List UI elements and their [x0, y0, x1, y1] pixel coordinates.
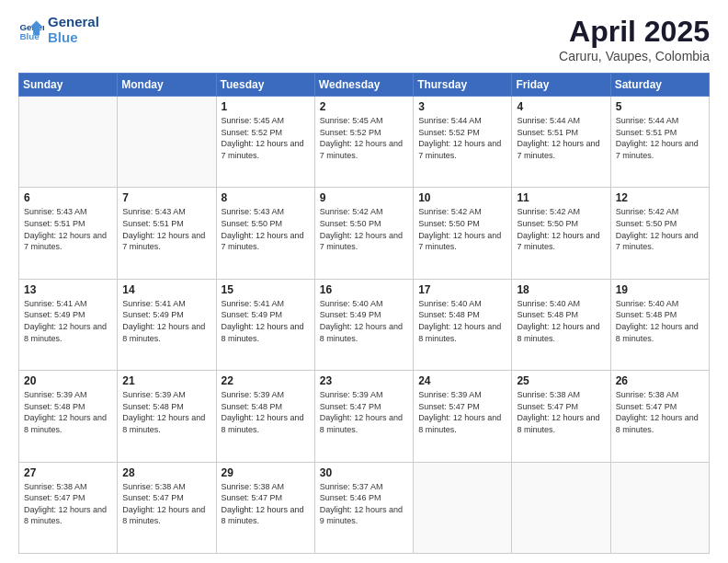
day-number: 21	[122, 374, 210, 387]
calendar-header-row: SundayMondayTuesdayWednesdayThursdayFrid…	[19, 74, 710, 97]
calendar-cell: 4Sunrise: 5:44 AM Sunset: 5:51 PM Daylig…	[512, 97, 610, 188]
calendar-week-4: 20Sunrise: 5:39 AM Sunset: 5:48 PM Dayli…	[19, 371, 710, 462]
calendar-week-2: 6Sunrise: 5:43 AM Sunset: 5:51 PM Daylig…	[19, 188, 710, 279]
day-number: 1	[222, 100, 310, 113]
day-number: 7	[122, 191, 210, 204]
calendar-cell	[610, 462, 709, 553]
day-number: 24	[418, 374, 506, 387]
weekday-header-thursday: Thursday	[414, 74, 512, 97]
day-info: Sunrise: 5:44 AM Sunset: 5:51 PM Dayligh…	[517, 115, 605, 161]
day-info: Sunrise: 5:40 AM Sunset: 5:48 PM Dayligh…	[418, 298, 506, 344]
logo-line1: General	[48, 15, 99, 30]
day-info: Sunrise: 5:39 AM Sunset: 5:48 PM Dayligh…	[222, 389, 310, 435]
calendar-cell: 13Sunrise: 5:41 AM Sunset: 5:49 PM Dayli…	[19, 279, 118, 370]
calendar-cell: 1Sunrise: 5:45 AM Sunset: 5:52 PM Daylig…	[216, 97, 314, 188]
day-info: Sunrise: 5:42 AM Sunset: 5:50 PM Dayligh…	[517, 206, 605, 252]
day-info: Sunrise: 5:40 AM Sunset: 5:48 PM Dayligh…	[616, 298, 704, 344]
day-number: 6	[24, 191, 112, 204]
day-info: Sunrise: 5:44 AM Sunset: 5:52 PM Dayligh…	[418, 115, 506, 161]
day-info: Sunrise: 5:42 AM Sunset: 5:50 PM Dayligh…	[320, 206, 408, 252]
day-number: 30	[320, 466, 408, 479]
day-number: 17	[418, 283, 506, 296]
day-number: 26	[616, 374, 704, 387]
month-year: April 2025	[559, 15, 710, 49]
day-info: Sunrise: 5:38 AM Sunset: 5:47 PM Dayligh…	[222, 481, 310, 527]
calendar-cell: 8Sunrise: 5:43 AM Sunset: 5:50 PM Daylig…	[216, 188, 314, 279]
calendar-cell: 15Sunrise: 5:41 AM Sunset: 5:49 PM Dayli…	[216, 279, 314, 370]
day-number: 3	[418, 100, 506, 113]
day-number: 16	[320, 283, 408, 296]
logo: General Blue General Blue	[18, 15, 99, 45]
day-number: 14	[122, 283, 210, 296]
logo-text-block: General Blue	[48, 15, 99, 45]
calendar-cell	[19, 97, 118, 188]
calendar-cell: 3Sunrise: 5:44 AM Sunset: 5:52 PM Daylig…	[414, 97, 512, 188]
day-number: 4	[517, 100, 605, 113]
day-number: 15	[222, 283, 310, 296]
calendar-table: SundayMondayTuesdayWednesdayThursdayFrid…	[18, 73, 710, 554]
day-info: Sunrise: 5:43 AM Sunset: 5:50 PM Dayligh…	[222, 206, 310, 252]
day-info: Sunrise: 5:40 AM Sunset: 5:48 PM Dayligh…	[517, 298, 605, 344]
calendar-cell: 12Sunrise: 5:42 AM Sunset: 5:50 PM Dayli…	[610, 188, 709, 279]
day-number: 12	[616, 191, 704, 204]
weekday-header-sunday: Sunday	[19, 74, 118, 97]
day-info: Sunrise: 5:43 AM Sunset: 5:51 PM Dayligh…	[24, 206, 112, 252]
day-number: 27	[24, 466, 112, 479]
day-number: 2	[320, 100, 408, 113]
calendar-cell: 29Sunrise: 5:38 AM Sunset: 5:47 PM Dayli…	[216, 462, 314, 553]
calendar-cell: 19Sunrise: 5:40 AM Sunset: 5:48 PM Dayli…	[610, 279, 709, 370]
day-number: 28	[122, 466, 210, 479]
weekday-header-saturday: Saturday	[610, 74, 709, 97]
calendar-cell: 14Sunrise: 5:41 AM Sunset: 5:49 PM Dayli…	[118, 279, 216, 370]
calendar-cell: 20Sunrise: 5:39 AM Sunset: 5:48 PM Dayli…	[19, 371, 118, 462]
day-number: 29	[222, 466, 310, 479]
day-info: Sunrise: 5:39 AM Sunset: 5:48 PM Dayligh…	[24, 389, 112, 435]
logo-line2: Blue	[48, 30, 99, 46]
day-info: Sunrise: 5:42 AM Sunset: 5:50 PM Dayligh…	[616, 206, 704, 252]
day-number: 9	[320, 191, 408, 204]
day-info: Sunrise: 5:45 AM Sunset: 5:52 PM Dayligh…	[222, 115, 310, 161]
calendar-cell: 5Sunrise: 5:44 AM Sunset: 5:51 PM Daylig…	[610, 97, 709, 188]
calendar-cell: 23Sunrise: 5:39 AM Sunset: 5:47 PM Dayli…	[314, 371, 413, 462]
day-number: 19	[616, 283, 704, 296]
day-number: 20	[24, 374, 112, 387]
day-info: Sunrise: 5:37 AM Sunset: 5:46 PM Dayligh…	[320, 481, 408, 527]
day-info: Sunrise: 5:38 AM Sunset: 5:47 PM Dayligh…	[122, 481, 210, 527]
calendar-cell	[118, 97, 216, 188]
header: General Blue General Blue April 2025 Car…	[18, 15, 710, 63]
day-info: Sunrise: 5:38 AM Sunset: 5:47 PM Dayligh…	[24, 481, 112, 527]
calendar-cell	[414, 462, 512, 553]
calendar-cell: 11Sunrise: 5:42 AM Sunset: 5:50 PM Dayli…	[512, 188, 610, 279]
page: General Blue General Blue April 2025 Car…	[0, 0, 728, 563]
location: Caruru, Vaupes, Colombia	[559, 49, 710, 63]
weekday-header-friday: Friday	[512, 74, 610, 97]
calendar-cell: 28Sunrise: 5:38 AM Sunset: 5:47 PM Dayli…	[118, 462, 216, 553]
day-info: Sunrise: 5:42 AM Sunset: 5:50 PM Dayligh…	[418, 206, 506, 252]
calendar-week-3: 13Sunrise: 5:41 AM Sunset: 5:49 PM Dayli…	[19, 279, 710, 370]
day-info: Sunrise: 5:41 AM Sunset: 5:49 PM Dayligh…	[222, 298, 310, 344]
day-info: Sunrise: 5:39 AM Sunset: 5:47 PM Dayligh…	[418, 389, 506, 435]
calendar-cell: 2Sunrise: 5:45 AM Sunset: 5:52 PM Daylig…	[314, 97, 413, 188]
day-number: 23	[320, 374, 408, 387]
day-info: Sunrise: 5:40 AM Sunset: 5:49 PM Dayligh…	[320, 298, 408, 344]
day-info: Sunrise: 5:41 AM Sunset: 5:49 PM Dayligh…	[24, 298, 112, 344]
calendar-cell: 30Sunrise: 5:37 AM Sunset: 5:46 PM Dayli…	[314, 462, 413, 553]
calendar-cell: 25Sunrise: 5:38 AM Sunset: 5:47 PM Dayli…	[512, 371, 610, 462]
day-info: Sunrise: 5:38 AM Sunset: 5:47 PM Dayligh…	[517, 389, 605, 435]
weekday-header-wednesday: Wednesday	[314, 74, 413, 97]
logo-icon: General Blue	[18, 17, 44, 43]
calendar-cell: 10Sunrise: 5:42 AM Sunset: 5:50 PM Dayli…	[414, 188, 512, 279]
calendar-week-5: 27Sunrise: 5:38 AM Sunset: 5:47 PM Dayli…	[19, 462, 710, 553]
day-info: Sunrise: 5:39 AM Sunset: 5:47 PM Dayligh…	[320, 389, 408, 435]
weekday-header-monday: Monday	[118, 74, 216, 97]
calendar-cell: 27Sunrise: 5:38 AM Sunset: 5:47 PM Dayli…	[19, 462, 118, 553]
calendar-cell: 9Sunrise: 5:42 AM Sunset: 5:50 PM Daylig…	[314, 188, 413, 279]
day-number: 22	[222, 374, 310, 387]
day-number: 8	[222, 191, 310, 204]
calendar-cell: 18Sunrise: 5:40 AM Sunset: 5:48 PM Dayli…	[512, 279, 610, 370]
calendar-cell: 22Sunrise: 5:39 AM Sunset: 5:48 PM Dayli…	[216, 371, 314, 462]
day-info: Sunrise: 5:43 AM Sunset: 5:51 PM Dayligh…	[122, 206, 210, 252]
calendar-cell: 24Sunrise: 5:39 AM Sunset: 5:47 PM Dayli…	[414, 371, 512, 462]
day-number: 11	[517, 191, 605, 204]
calendar-cell	[512, 462, 610, 553]
